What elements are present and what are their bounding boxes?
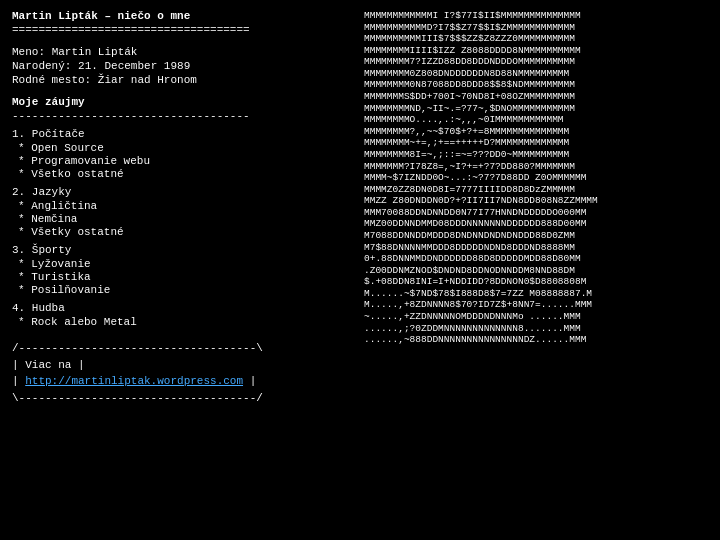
name-row: Meno: Martin Lipták bbox=[12, 46, 348, 58]
footer-line2-suffix: | bbox=[243, 375, 256, 387]
page-title: Martin Lipták – niečo o mne bbox=[12, 10, 348, 22]
born-value: 21. December 1989 bbox=[78, 60, 190, 72]
category-item-3: 3. Športy bbox=[12, 244, 348, 256]
sub-item-1-1: * Open Source bbox=[18, 142, 348, 154]
blog-link[interactable]: http://martinliptak.wordpress.com bbox=[25, 375, 243, 387]
category-item-1: 1. Počítače bbox=[12, 128, 348, 140]
categories-list: 1. Počítače* Open Source* Programovanie … bbox=[12, 128, 348, 328]
sub-item-3-3: * Posilňovanie bbox=[18, 284, 348, 296]
hometown-value: Žiar nad Hronom bbox=[98, 74, 197, 86]
ascii-art: MMMMMMMMMMMMI I?$77I$II$MMMMMMMMMMMMMM M… bbox=[364, 10, 716, 346]
sub-item-3-1: * Lyžovanie bbox=[18, 258, 348, 270]
footer-line1: | Viac na | bbox=[12, 357, 348, 374]
footer-line2-prefix: | bbox=[12, 375, 25, 387]
title-separator: ==================================== bbox=[12, 24, 348, 36]
born-row: Narodený: 21. December 1989 bbox=[12, 60, 348, 72]
footer-bottom-border: \------------------------------------/ bbox=[12, 390, 348, 407]
category-item-2: 2. Jazyky bbox=[12, 186, 348, 198]
sub-item-1-2: * Programovanie webu bbox=[18, 155, 348, 167]
category-item-4: 4. Hudba bbox=[12, 302, 348, 314]
sub-item-2-3: * Všetky ostatné bbox=[18, 226, 348, 238]
name-label: Meno: bbox=[12, 46, 45, 58]
right-panel: MMMMMMMMMMMMI I?$77I$II$MMMMMMMMMMMMMM M… bbox=[360, 0, 720, 540]
hometown-row: Rodné mesto: Žiar nad Hronom bbox=[12, 74, 348, 86]
sub-item-4-1: * Rock alebo Metal bbox=[18, 316, 348, 328]
sub-item-3-2: * Turistika bbox=[18, 271, 348, 283]
sub-item-2-1: * Angličtina bbox=[18, 200, 348, 212]
footer-box: /------------------------------------\ |… bbox=[12, 340, 348, 406]
interests-title: Moje záujmy bbox=[12, 96, 348, 108]
born-label: Narodený: bbox=[12, 60, 71, 72]
sub-item-1-3: * Všetko ostatné bbox=[18, 168, 348, 180]
interests-separator: ------------------------------------ bbox=[12, 110, 348, 122]
left-panel: Martin Lipták – niečo o mne ============… bbox=[0, 0, 360, 540]
sub-item-2-2: * Nemčina bbox=[18, 213, 348, 225]
name-value: Martin Lipták bbox=[52, 46, 138, 58]
footer-top-border: /------------------------------------\ bbox=[12, 340, 348, 357]
footer-link-line: | http://martinliptak.wordpress.com | bbox=[12, 373, 348, 390]
hometown-label: Rodné mesto: bbox=[12, 74, 91, 86]
